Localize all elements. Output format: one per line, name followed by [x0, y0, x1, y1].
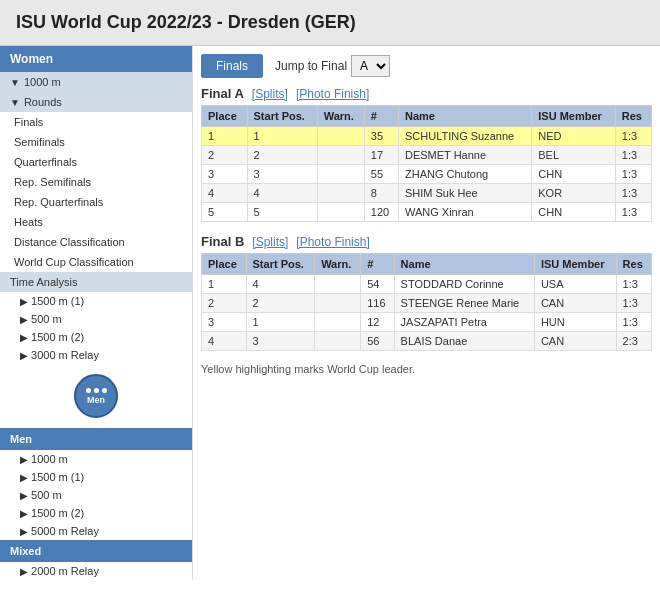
table-row: 55120WANG XinranCHN1:3 — [202, 203, 652, 222]
main-content: Finals Jump to Final A B C Final A [Spli… — [193, 46, 660, 580]
tab-finals[interactable]: Finals — [201, 54, 263, 78]
sidebar-item-men-500m[interactable]: ▶ 500 m — [0, 486, 192, 504]
table-row: 448SHIM Suk HeeKOR1:3 — [202, 184, 652, 203]
table-row: 3112JASZAPATI PetraHUN1:3 — [202, 313, 652, 332]
sidebar-item-500m[interactable]: ▶ 500 m — [0, 310, 192, 328]
sidebar-sub-items: ▶ 1500 m (1) ▶ 500 m ▶ 1500 m (2) ▶ 3000… — [0, 292, 192, 364]
col-isu-member: ISU Member — [532, 106, 616, 127]
col-name-b: Name — [394, 254, 534, 275]
sidebar-time-analysis[interactable]: Time Analysis — [0, 272, 192, 292]
col-name: Name — [398, 106, 531, 127]
col-place-b: Place — [202, 254, 247, 275]
sidebar-item-men-5000m-relay[interactable]: ▶ 5000 m Relay — [0, 522, 192, 540]
col-warn-b: Warn. — [315, 254, 361, 275]
final-b-header-row: Place Start Pos. Warn. # Name ISU Member… — [202, 254, 652, 275]
men-button-area: Men — [0, 364, 192, 428]
sidebar-item-world-cup-classification[interactable]: World Cup Classification — [0, 252, 192, 272]
table-row: 2217DESMET HanneBEL1:3 — [202, 146, 652, 165]
sidebar-item-heats[interactable]: Heats — [0, 212, 192, 232]
sidebar-item-rep-semifinals[interactable]: Rep. Semifinals — [0, 172, 192, 192]
final-b-section: Final B [Splits] [Photo Finish] Place St… — [201, 234, 652, 351]
final-a-header-row: Place Start Pos. Warn. # Name ISU Member… — [202, 106, 652, 127]
table-row: 22116STEENGE Renee MarieCAN1:3 — [202, 294, 652, 313]
men-toggle-button[interactable]: Men — [74, 374, 118, 418]
col-place: Place — [202, 106, 248, 127]
table-row: 1454STODDARD CorinneUSA1:3 — [202, 275, 652, 294]
final-a-label: Final A — [201, 86, 244, 101]
col-num: # — [364, 106, 398, 127]
final-a-table: Place Start Pos. Warn. # Name ISU Member… — [201, 105, 652, 222]
sidebar-rounds[interactable]: ▼ Rounds — [0, 92, 192, 112]
final-a-header: Final A [Splits] [Photo Finish] — [201, 86, 652, 101]
col-warn: Warn. — [317, 106, 364, 127]
sidebar-item-semifinals[interactable]: Semifinals — [0, 132, 192, 152]
col-start-pos: Start Pos. — [247, 106, 317, 127]
final-b-table: Place Start Pos. Warn. # Name ISU Member… — [201, 253, 652, 351]
expand-rounds-icon: ▼ — [10, 97, 20, 108]
final-a-body: 1135SCHULTING SuzanneNED1:32217DESMET Ha… — [202, 127, 652, 222]
sidebar-item-distance-classification[interactable]: Distance Classification — [0, 232, 192, 252]
page-title: ISU World Cup 2022/23 - Dresden (GER) — [16, 12, 644, 33]
final-a-photo-finish-link[interactable]: [Photo Finish] — [296, 87, 369, 101]
col-res-b: Res — [616, 254, 651, 275]
final-b-header: Final B [Splits] [Photo Finish] — [201, 234, 652, 249]
sidebar-item-rep-quarterfinals[interactable]: Rep. Quarterfinals — [0, 192, 192, 212]
tabs-bar: Finals Jump to Final A B C — [201, 54, 652, 78]
table-row: 1135SCHULTING SuzanneNED1:3 — [202, 127, 652, 146]
sidebar-men-items: ▶ 1000 m ▶ 1500 m (1) ▶ 500 m ▶ 1500 m (… — [0, 450, 192, 540]
table-row: 4356BLAIS DanaeCAN2:3 — [202, 332, 652, 351]
sidebar-mixed-header: Mixed — [0, 540, 192, 562]
note: Yellow highlighting marks World Cup lead… — [201, 363, 652, 375]
expand-icon: ▼ — [10, 77, 20, 88]
sidebar-item-finals[interactable]: Finals — [0, 112, 192, 132]
sidebar-item-mixed-2000m-relay[interactable]: ▶ 2000 m Relay — [0, 562, 192, 580]
jump-select[interactable]: A B C — [351, 55, 390, 77]
final-b-splits-link[interactable]: [Splits] — [252, 235, 288, 249]
final-a-section: Final A [Splits] [Photo Finish] Place St… — [201, 86, 652, 222]
col-isu-member-b: ISU Member — [534, 254, 616, 275]
col-start-pos-b: Start Pos. — [246, 254, 315, 275]
final-a-splits-link[interactable]: [Splits] — [252, 87, 288, 101]
page-header: ISU World Cup 2022/23 - Dresden (GER) — [0, 0, 660, 46]
sidebar-women-header: Women — [0, 46, 192, 72]
main-layout: Women ▼ 1000 m ▼ Rounds Finals Semifinal… — [0, 46, 660, 580]
sidebar-item-men-1500m-1[interactable]: ▶ 1500 m (1) — [0, 468, 192, 486]
sidebar-item-men-1500m-2[interactable]: ▶ 1500 m (2) — [0, 504, 192, 522]
jump-to-final-label: Jump to Final — [275, 59, 347, 73]
final-b-photo-finish-link[interactable]: [Photo Finish] — [296, 235, 369, 249]
sidebar-item-1500m-1[interactable]: ▶ 1500 m (1) — [0, 292, 192, 310]
sidebar-men-header: Men — [0, 428, 192, 450]
sidebar: Women ▼ 1000 m ▼ Rounds Finals Semifinal… — [0, 46, 193, 580]
sidebar-item-men-1000m[interactable]: ▶ 1000 m — [0, 450, 192, 468]
col-num-b: # — [361, 254, 394, 275]
table-row: 3355ZHANG ChutongCHN1:3 — [202, 165, 652, 184]
sidebar-rounds-items: Finals Semifinals Quarterfinals Rep. Sem… — [0, 112, 192, 232]
final-b-body: 1454STODDARD CorinneUSA1:322116STEENGE R… — [202, 275, 652, 351]
sidebar-mixed-items: ▶ 2000 m Relay — [0, 562, 192, 580]
sidebar-item-quarterfinals[interactable]: Quarterfinals — [0, 152, 192, 172]
final-b-label: Final B — [201, 234, 244, 249]
sidebar-distance[interactable]: ▼ 1000 m — [0, 72, 192, 92]
sidebar-item-3000m-relay[interactable]: ▶ 3000 m Relay — [0, 346, 192, 364]
sidebar-item-1500m-2[interactable]: ▶ 1500 m (2) — [0, 328, 192, 346]
col-res: Res — [615, 106, 651, 127]
